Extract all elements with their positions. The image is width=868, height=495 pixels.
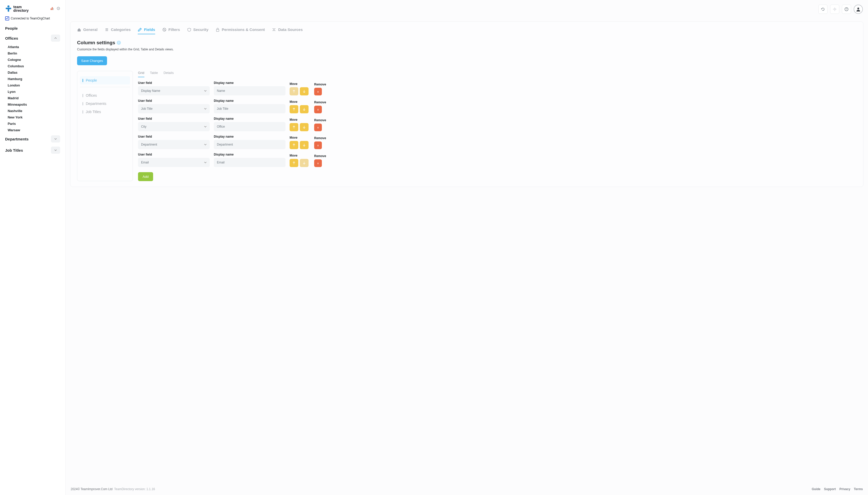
nav-jobtitles[interactable]: Job Titles bbox=[0, 144, 65, 156]
userfield-select[interactable] bbox=[138, 86, 210, 96]
nav-office-item[interactable]: Nashville bbox=[0, 108, 65, 114]
jobtitles-expand-button[interactable] bbox=[51, 147, 60, 154]
field-row: User field Display name Move Remove bbox=[138, 99, 856, 113]
svg-point-0 bbox=[7, 5, 10, 7]
remove-label: Remove bbox=[314, 136, 353, 140]
svg-point-16 bbox=[857, 8, 859, 10]
subtab-table[interactable]: Table bbox=[150, 71, 158, 77]
tab-permissions[interactable]: Permissions & Consent bbox=[216, 28, 265, 34]
subtab-details[interactable]: Details bbox=[164, 71, 174, 77]
subtab-grid[interactable]: Grid bbox=[138, 71, 144, 77]
tab-general[interactable]: General bbox=[77, 28, 98, 34]
nav-office-item[interactable]: Minneapolis bbox=[0, 101, 65, 108]
shield-icon bbox=[187, 28, 191, 32]
move-down-button[interactable] bbox=[300, 87, 309, 96]
userfield-select[interactable] bbox=[138, 140, 210, 149]
footer-link-guide[interactable]: Guide bbox=[812, 487, 820, 491]
move-up-button[interactable] bbox=[290, 123, 298, 131]
displayname-input[interactable] bbox=[214, 86, 285, 96]
displayname-input[interactable] bbox=[214, 140, 285, 149]
remove-button[interactable]: x bbox=[314, 141, 322, 149]
remove-label: Remove bbox=[314, 154, 353, 158]
tab-categories[interactable]: Categories bbox=[105, 28, 131, 34]
arrow-up-icon bbox=[293, 125, 295, 129]
chevron-down-icon bbox=[54, 149, 57, 151]
nav-office-item[interactable]: Lyon bbox=[0, 88, 65, 95]
connection-icon bbox=[5, 16, 9, 20]
move-up-button[interactable] bbox=[290, 105, 298, 113]
move-up-button[interactable] bbox=[290, 87, 298, 96]
move-up-button[interactable] bbox=[290, 141, 298, 149]
footer-link-privacy[interactable]: Privacy bbox=[839, 487, 850, 491]
nav-office-item[interactable]: Madrid bbox=[0, 95, 65, 101]
logo-text: team directory bbox=[13, 5, 29, 12]
userfield-select[interactable] bbox=[138, 122, 210, 131]
remove-label: Remove bbox=[314, 83, 353, 86]
nav-office-item[interactable]: Dallas bbox=[0, 69, 65, 76]
nav-office-item[interactable]: New York bbox=[0, 114, 65, 120]
app-logo[interactable]: team directory bbox=[5, 5, 29, 12]
svg-text:?: ? bbox=[846, 8, 847, 11]
theme-button[interactable] bbox=[830, 5, 839, 14]
user-icon bbox=[856, 7, 861, 12]
nav-office-item[interactable]: Columbus bbox=[0, 63, 65, 69]
displayname-label: Display name bbox=[214, 99, 285, 103]
nav-office-item[interactable]: London bbox=[0, 82, 65, 88]
save-changes-button[interactable]: Save Changes bbox=[77, 56, 107, 65]
svg-rect-5 bbox=[53, 8, 54, 10]
add-field-button[interactable]: Add bbox=[138, 172, 153, 181]
refresh-icon bbox=[821, 7, 825, 11]
displayname-label: Display name bbox=[214, 81, 285, 85]
nav-office-item[interactable]: Warsaw bbox=[0, 127, 65, 133]
move-down-button[interactable] bbox=[300, 105, 309, 113]
svg-rect-2 bbox=[8, 8, 9, 12]
displayname-input[interactable] bbox=[214, 122, 285, 131]
nav-people[interactable]: People bbox=[0, 24, 65, 33]
tab-filters[interactable]: Filters bbox=[162, 28, 180, 34]
remove-button[interactable]: x bbox=[314, 123, 322, 131]
footer-link-support[interactable]: Support bbox=[824, 487, 836, 491]
tab-fields[interactable]: Fields bbox=[138, 28, 155, 34]
side-item-offices[interactable]: Offices bbox=[80, 91, 130, 100]
nav-offices[interactable]: Offices bbox=[0, 33, 65, 44]
displayname-input[interactable] bbox=[214, 158, 285, 167]
displayname-label: Display name bbox=[214, 117, 285, 120]
user-avatar-button[interactable] bbox=[854, 5, 863, 14]
nav-office-item[interactable]: Hamburg bbox=[0, 76, 65, 82]
nav-office-item[interactable]: Cologne bbox=[0, 56, 65, 63]
move-down-button[interactable] bbox=[300, 141, 309, 149]
side-item-departments[interactable]: Departments bbox=[80, 100, 130, 108]
move-up-button[interactable] bbox=[290, 159, 298, 167]
home-icon bbox=[77, 28, 81, 32]
remove-button[interactable]: x bbox=[314, 106, 322, 113]
chevron-down-icon bbox=[54, 138, 57, 140]
userfield-select[interactable] bbox=[138, 104, 210, 113]
help-button[interactable]: ? bbox=[842, 5, 851, 14]
departments-expand-button[interactable] bbox=[51, 135, 60, 142]
userfield-select[interactable] bbox=[138, 158, 210, 167]
nav-office-item[interactable]: Paris bbox=[0, 120, 65, 127]
nav-office-item[interactable]: Berlin bbox=[0, 50, 65, 56]
remove-button[interactable]: x bbox=[314, 159, 322, 167]
nav-departments[interactable]: Departments bbox=[0, 133, 65, 144]
footer: 2024© TeamImprover.Com Ltd TeamDirectory… bbox=[66, 483, 868, 495]
gear-icon[interactable] bbox=[56, 7, 60, 11]
footer-link-terms[interactable]: Terms bbox=[854, 487, 863, 491]
connected-status: Connected to TeamOrgChart bbox=[0, 16, 65, 24]
remove-button[interactable]: x bbox=[314, 88, 322, 96]
refresh-button[interactable] bbox=[818, 5, 828, 14]
side-item-people[interactable]: People bbox=[80, 76, 130, 84]
field-row: User field Display name Move Remove bbox=[138, 117, 856, 131]
move-down-button[interactable] bbox=[300, 123, 309, 131]
tab-datasources[interactable]: Data Sources bbox=[272, 28, 302, 34]
tab-security[interactable]: Security bbox=[187, 28, 209, 34]
title-help-icon[interactable]: ? bbox=[117, 41, 121, 45]
offices-collapse-button[interactable] bbox=[51, 35, 60, 42]
side-item-jobtitles[interactable]: Job Titles bbox=[80, 108, 130, 116]
analytics-icon[interactable] bbox=[50, 7, 54, 11]
move-down-button[interactable] bbox=[300, 159, 309, 167]
arrow-up-icon bbox=[293, 108, 295, 111]
arrow-down-icon bbox=[303, 125, 306, 129]
displayname-input[interactable] bbox=[214, 104, 285, 113]
nav-office-item[interactable]: Atlanta bbox=[0, 44, 65, 50]
